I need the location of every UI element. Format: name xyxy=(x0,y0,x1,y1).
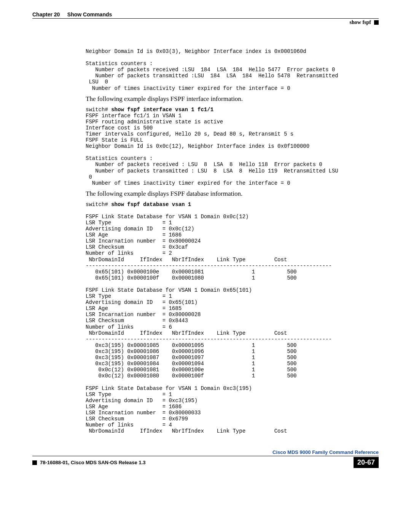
footer-product: Cisco MDS 9000 Family Command Reference xyxy=(32,449,379,455)
section-title: show fspf xyxy=(350,19,371,26)
cli-command-text: show fspf interface vsan 1 fc1/1 xyxy=(111,107,213,113)
section-marker-icon xyxy=(374,20,379,25)
body-text-interface: The following example displays FSPF inte… xyxy=(86,95,379,103)
footer-docid: 78-16088-01, Cisco MDS SAN-OS Release 1.… xyxy=(40,460,145,465)
chapter-number: Chapter 20 xyxy=(32,11,60,18)
page-header: Chapter 20 Show Commands xyxy=(32,11,379,18)
cli-output-interface: FSPF interface fc1/1 in VSAN 1 FSPF rout… xyxy=(86,113,379,186)
content-area: Neighbor Domain Id is 0x03(3), Neighbor … xyxy=(86,48,379,434)
footer-rule xyxy=(32,456,379,456)
cli-output-neighbor: Neighbor Domain Id is 0x03(3), Neighbor … xyxy=(86,48,379,91)
cli-command-database: switch# show fspf database vsan 1 xyxy=(86,201,379,208)
cli-output-database: FSPF Link State Database for VSAN 1 Doma… xyxy=(86,208,379,434)
cli-command-text: show fspf database vsan 1 xyxy=(111,201,191,208)
cli-prompt: switch# xyxy=(86,201,111,208)
page-footer: Cisco MDS 9000 Family Command Reference … xyxy=(32,449,379,468)
cli-prompt: switch# xyxy=(86,107,111,113)
body-text-database: The following example displays FSPF data… xyxy=(86,190,379,198)
chapter-title: Show Commands xyxy=(67,11,112,18)
page-number: 20-67 xyxy=(354,457,379,468)
footer-marker-icon xyxy=(32,460,37,465)
cli-command-interface: switch# show fspf interface vsan 1 fc1/1 xyxy=(86,107,379,113)
